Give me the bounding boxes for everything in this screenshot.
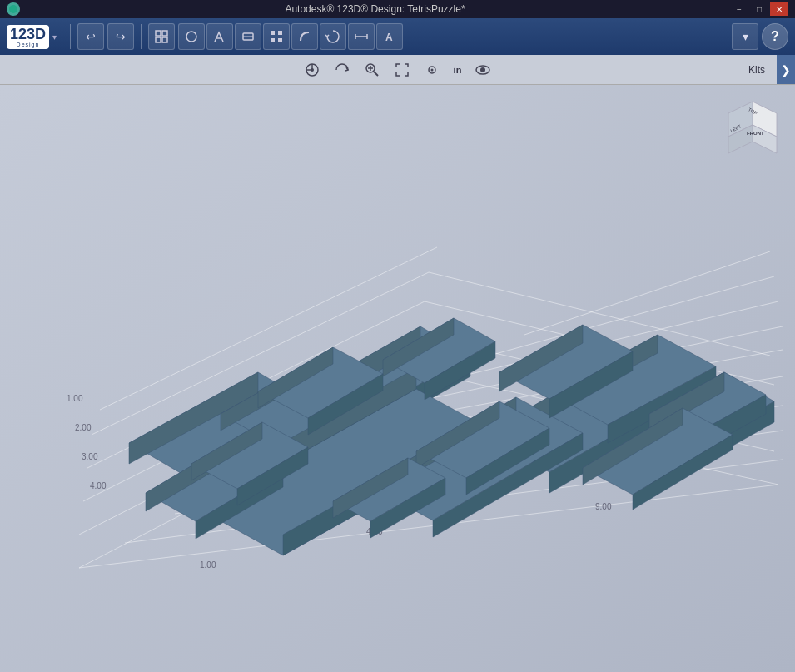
app-icon xyxy=(7,2,20,16)
divider-1 xyxy=(70,24,71,49)
svg-text:9.00: 9.00 xyxy=(595,502,612,511)
navigation-cube[interactable]: FRONT LEFT TOP xyxy=(720,95,785,160)
logo-box: 123D Design xyxy=(7,25,49,49)
logo-design: Design xyxy=(17,42,40,47)
fit-button[interactable] xyxy=(390,58,414,82)
minimize-button[interactable]: − xyxy=(730,2,748,16)
svg-point-28 xyxy=(480,67,485,72)
modify-button[interactable] xyxy=(235,23,261,50)
svg-text:3.00: 3.00 xyxy=(82,452,98,461)
svg-point-5 xyxy=(186,32,196,42)
svg-text:4.00: 4.00 xyxy=(90,481,107,490)
close-button[interactable]: ✕ xyxy=(770,2,788,16)
fillet-button[interactable] xyxy=(291,23,318,50)
toolbar-group-1: A xyxy=(178,23,403,50)
svg-rect-9 xyxy=(271,31,275,35)
secondary-toolbar: in Kits ❯ xyxy=(0,55,795,85)
pattern-button[interactable] xyxy=(263,23,290,50)
snap-button[interactable] xyxy=(320,23,346,50)
home-view-button[interactable] xyxy=(301,58,324,82)
svg-rect-11 xyxy=(271,38,275,42)
units-button[interactable]: in xyxy=(450,58,465,82)
window-title: Autodesk® 123D® Design: TetrisPuzzle* xyxy=(20,3,730,15)
svg-text:1.00: 1.00 xyxy=(200,560,216,570)
svg-line-22 xyxy=(374,72,378,76)
svg-text:FRONT: FRONT xyxy=(747,131,764,136)
svg-rect-4 xyxy=(162,37,167,42)
panel-collapse-button[interactable]: ❯ xyxy=(777,55,795,84)
undo-button[interactable]: ↩ xyxy=(77,23,104,50)
svg-text:2.00: 2.00 xyxy=(75,423,92,432)
svg-point-26 xyxy=(430,68,433,71)
svg-rect-2 xyxy=(162,31,167,36)
svg-rect-12 xyxy=(278,38,282,42)
zoom-button[interactable] xyxy=(360,58,384,82)
shapes-button[interactable] xyxy=(178,23,205,50)
primitive-button[interactable] xyxy=(148,23,175,50)
help-button[interactable]: ? xyxy=(762,23,788,50)
svg-point-0 xyxy=(9,5,17,13)
svg-rect-1 xyxy=(156,31,161,36)
scene: 4.00 3.00 2.00 1.00 1.00 3.00 4.00 9.00 xyxy=(0,85,795,672)
window-controls: − □ ✕ xyxy=(730,2,788,16)
view-mode-button[interactable] xyxy=(420,58,444,82)
restore-button[interactable]: □ xyxy=(750,2,768,16)
orbit-button[interactable] xyxy=(330,58,354,82)
logo-dropdown[interactable]: ▾ xyxy=(52,32,57,42)
kits-button[interactable]: Kits xyxy=(748,64,765,76)
dropdown-arrow-button[interactable]: ▾ xyxy=(732,23,758,50)
logo-number: 123D xyxy=(10,27,46,42)
svg-rect-10 xyxy=(278,31,282,35)
svg-rect-3 xyxy=(156,37,161,42)
visibility-button[interactable] xyxy=(471,58,494,82)
main-toolbar: 123D Design ▾ ↩ ↪ A xyxy=(0,18,795,55)
sketch-button[interactable] xyxy=(206,23,233,50)
redo-button[interactable]: ↪ xyxy=(107,23,134,50)
divider-2 xyxy=(141,24,142,49)
title-bar: Autodesk® 123D® Design: TetrisPuzzle* − … xyxy=(0,0,795,18)
viewport[interactable]: 4.00 3.00 2.00 1.00 1.00 3.00 4.00 9.00 xyxy=(0,85,795,672)
logo-area: 123D Design ▾ xyxy=(7,25,57,49)
svg-text:1.00: 1.00 xyxy=(67,394,83,403)
text-button[interactable]: A xyxy=(376,23,403,50)
svg-text:A: A xyxy=(385,32,393,43)
measure-button[interactable] xyxy=(348,23,375,50)
